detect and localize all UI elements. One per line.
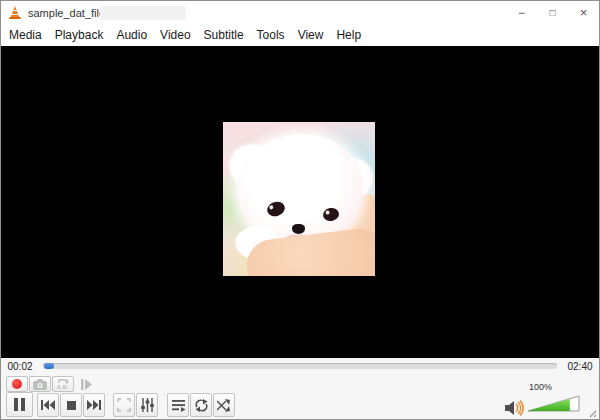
camera-icon <box>33 379 47 390</box>
svg-text:A B: A B <box>57 384 68 390</box>
playlist-icon <box>171 399 186 412</box>
video-surface[interactable] <box>1 46 599 358</box>
volume-percent-label: 100% <box>529 382 552 392</box>
loop-icon <box>194 399 209 412</box>
title-redaction <box>100 6 186 20</box>
menu-bar: Media Playback Audio Video Subtitle Tool… <box>1 24 599 46</box>
fullscreen-icon <box>117 398 131 412</box>
seek-row: 00:02 02:40 <box>1 358 599 374</box>
loop-a-b-button[interactable]: A B <box>52 376 74 392</box>
window-controls: − □ × <box>506 1 599 24</box>
seek-slider[interactable] <box>43 363 557 369</box>
minimize-button[interactable]: − <box>506 1 537 24</box>
puppy-nose-art <box>292 224 305 234</box>
fullscreen-button[interactable] <box>113 393 135 417</box>
close-button[interactable]: × <box>568 1 599 24</box>
controls-bar: A B <box>1 374 599 420</box>
seek-progress[interactable] <box>44 363 54 369</box>
next-button[interactable] <box>83 393 105 417</box>
frame-by-frame-button[interactable] <box>75 376 97 392</box>
menu-playback[interactable]: Playback <box>55 28 104 42</box>
menu-audio[interactable]: Audio <box>116 28 147 42</box>
frame-by-frame-icon <box>80 379 93 390</box>
pause-icon <box>14 398 25 411</box>
menu-tools[interactable]: Tools <box>257 28 285 42</box>
video-frame-puppy-image <box>223 122 375 276</box>
total-time: 02:40 <box>561 361 599 372</box>
pause-button[interactable] <box>6 392 33 417</box>
menu-view[interactable]: View <box>298 28 324 42</box>
previous-button[interactable] <box>37 393 59 417</box>
loop-button[interactable] <box>190 393 212 417</box>
maximize-button[interactable]: □ <box>537 1 568 24</box>
record-button[interactable] <box>6 376 28 392</box>
elapsed-time: 00:02 <box>1 361 39 372</box>
volume-slider[interactable] <box>527 395 580 412</box>
menu-media[interactable]: Media <box>9 28 42 42</box>
extended-settings-button[interactable] <box>136 393 158 417</box>
vlc-cone-icon <box>9 6 21 19</box>
loop-a-b-icon: A B <box>57 378 70 390</box>
previous-icon <box>41 400 55 410</box>
title-bar: sample_dat_file − □ × <box>1 1 599 24</box>
snapshot-button[interactable] <box>29 376 51 392</box>
speaker-icon[interactable] <box>505 400 525 416</box>
stop-button[interactable] <box>60 393 82 417</box>
menu-subtitle[interactable]: Subtitle <box>204 28 244 42</box>
shuffle-icon <box>217 399 231 412</box>
playlist-button[interactable] <box>167 393 189 417</box>
window-title: sample_dat_file <box>28 7 105 19</box>
volume-fill <box>528 399 570 411</box>
record-icon <box>12 379 22 389</box>
menu-video[interactable]: Video <box>160 28 190 42</box>
stop-icon <box>67 401 76 410</box>
equalizer-icon <box>140 398 155 412</box>
random-button[interactable] <box>213 393 235 417</box>
next-icon <box>87 400 101 410</box>
vlc-window: sample_dat_file − □ × Media Playback Aud… <box>0 0 600 420</box>
menu-help[interactable]: Help <box>336 28 361 42</box>
resize-grip[interactable] <box>588 409 597 418</box>
